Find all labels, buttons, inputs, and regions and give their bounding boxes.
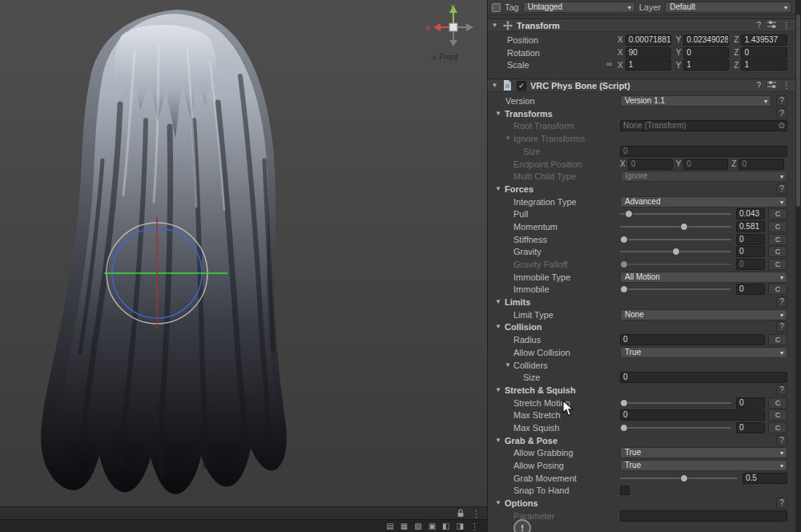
foldout-icon[interactable]: ▼ <box>491 22 498 29</box>
rotation-x-field[interactable]: 90 <box>626 47 671 58</box>
preset-icon[interactable] <box>767 20 776 30</box>
slider-momentum[interactable] <box>620 226 731 228</box>
scale-z-field[interactable]: 1 <box>741 59 787 71</box>
foldout-icon[interactable]: ▼ <box>491 82 498 89</box>
object-picker-icon[interactable]: ⊙ <box>779 121 785 131</box>
scene-orientation-gizmo[interactable]: y x ≡Front <box>425 2 482 71</box>
transform-header[interactable]: ▼ Transform ? ⋮ <box>488 18 795 32</box>
field-gravity[interactable]: 0 <box>736 246 765 257</box>
copy-button[interactable]: C <box>768 422 787 433</box>
field-stiffness[interactable]: 0 <box>736 234 765 245</box>
rotation-z-field[interactable]: 0 <box>741 47 787 58</box>
dropdown-allow-collision[interactable]: True▾ <box>620 347 787 358</box>
slider-handle[interactable] <box>680 223 688 231</box>
slider-handle[interactable] <box>680 474 688 482</box>
dropdown-allow-posing[interactable]: True▾ <box>620 460 787 471</box>
help-button[interactable]: ? <box>776 95 787 107</box>
field-grab-movement[interactable]: 0.5 <box>743 473 787 484</box>
field-immobile[interactable]: 0 <box>736 284 765 295</box>
component-enabled-checkbox[interactable]: ✓ <box>517 81 526 91</box>
slider-handle[interactable] <box>625 210 633 218</box>
copy-button[interactable]: C <box>768 259 787 270</box>
slider-grab-movement[interactable] <box>620 478 738 479</box>
slider-gravity[interactable] <box>620 251 731 252</box>
endpoint-position-z-field[interactable]: 0 <box>739 159 784 170</box>
copy-button[interactable]: C <box>768 221 787 232</box>
copy-button[interactable]: C <box>768 208 787 220</box>
foldout-icon[interactable]: ▼ <box>495 386 501 393</box>
help-button[interactable]: ? <box>776 321 787 332</box>
field-gravity-falloff[interactable]: 0 <box>736 259 765 270</box>
endpoint-position-y-field[interactable]: 0 <box>683 159 728 170</box>
field-radius[interactable]: 0 <box>620 334 765 345</box>
dropdown-multi-child-type[interactable]: Ignore▾ <box>620 171 787 182</box>
field-size[interactable]: 0 <box>620 372 787 383</box>
foldout-icon[interactable]: ▼ <box>495 185 501 192</box>
checkbox-snap-to-hand[interactable] <box>620 486 630 495</box>
lock-icon[interactable] <box>457 509 465 518</box>
layers-icon[interactable]: ▧ <box>414 521 421 532</box>
slider-pull[interactable] <box>620 213 731 215</box>
slider-handle[interactable] <box>620 285 628 293</box>
position-x-field[interactable]: 0.00071881 <box>626 34 671 46</box>
scale-y-field[interactable]: 1 <box>683 59 729 71</box>
layer-dropdown[interactable]: Default ▾ <box>665 2 791 13</box>
slider-handle[interactable] <box>620 236 628 244</box>
kebab-menu-icon[interactable]: ⋮ <box>472 508 481 519</box>
dropdown-limit-type[interactable]: None▾ <box>620 309 787 320</box>
inspector-scrollbar[interactable] <box>795 0 801 532</box>
slider-stretch-motion[interactable] <box>620 402 731 404</box>
package-icon[interactable]: ▦ <box>400 521 408 532</box>
kebab-menu-icon[interactable]: ⋮ <box>783 21 791 30</box>
foldout-icon[interactable]: ▼ <box>505 361 511 369</box>
settings-icon[interactable]: ◨ <box>457 521 464 532</box>
dropdown-integration-type[interactable]: Advanced▾ <box>620 196 787 208</box>
help-button[interactable]: ? <box>776 108 787 119</box>
copy-button[interactable]: C <box>768 234 787 245</box>
slider-gravity-falloff[interactable] <box>620 264 731 265</box>
field-momentum[interactable]: 0.581 <box>736 221 765 232</box>
copy-button[interactable]: C <box>768 397 787 409</box>
status-kebab-menu-icon[interactable]: ⋮ <box>470 521 479 532</box>
scene-view[interactable]: y x ≡Front <box>0 0 487 506</box>
dropdown-immobile-type[interactable]: All Motion▾ <box>620 272 787 283</box>
foldout-icon[interactable]: ▼ <box>495 437 501 444</box>
foldout-icon[interactable]: ▼ <box>495 110 501 117</box>
field-stretch-motion[interactable]: 0 <box>736 397 765 409</box>
cube-icon[interactable]: ▣ <box>429 521 436 532</box>
foldout-icon[interactable]: ▼ <box>505 135 511 142</box>
field-parameter[interactable] <box>620 510 787 522</box>
position-y-field[interactable]: 0.02349028 <box>683 34 729 46</box>
view-direction-label[interactable]: ≡Front <box>433 53 458 62</box>
field-pull[interactable]: 0.043 <box>736 208 765 220</box>
help-button[interactable]: ? <box>776 435 787 446</box>
object-field-root-transform[interactable]: None (Transform)⊙ <box>620 120 787 131</box>
slider-immobile[interactable] <box>620 288 731 290</box>
slider-handle[interactable] <box>620 260 628 268</box>
foldout-icon[interactable]: ▼ <box>495 499 501 506</box>
slider-handle[interactable] <box>620 424 628 432</box>
scale-x-field[interactable]: 1 <box>626 59 671 71</box>
copy-button[interactable]: C <box>768 334 787 345</box>
field-max-stretch[interactable]: 0 <box>620 409 765 421</box>
grid-icon[interactable]: ▤ <box>386 521 393 532</box>
rotation-y-field[interactable]: 0 <box>683 47 729 58</box>
copy-button[interactable]: C <box>768 409 787 421</box>
copy-button[interactable]: C <box>768 284 787 295</box>
help-icon[interactable]: ? <box>756 81 761 90</box>
endpoint-position-x-field[interactable]: 0 <box>628 159 673 170</box>
slider-handle[interactable] <box>620 399 628 407</box>
help-button[interactable]: ? <box>776 498 787 509</box>
dropdown-version[interactable]: Version 1.1▾ <box>620 95 771 107</box>
foldout-icon[interactable]: ▼ <box>495 298 501 305</box>
copy-button[interactable]: C <box>768 246 787 257</box>
field-size[interactable]: 0 <box>620 146 787 157</box>
preset-icon[interactable] <box>767 80 776 91</box>
tag-dropdown[interactable]: Untagged ▾ <box>523 2 635 13</box>
foldout-icon[interactable]: ▼ <box>495 323 501 330</box>
help-button[interactable]: ? <box>776 296 787 308</box>
help-button[interactable]: ? <box>776 183 787 195</box>
help-button[interactable]: ? <box>776 385 787 396</box>
position-z-field[interactable]: 1.439537 <box>741 34 787 46</box>
slider-max-squish[interactable] <box>620 427 731 429</box>
